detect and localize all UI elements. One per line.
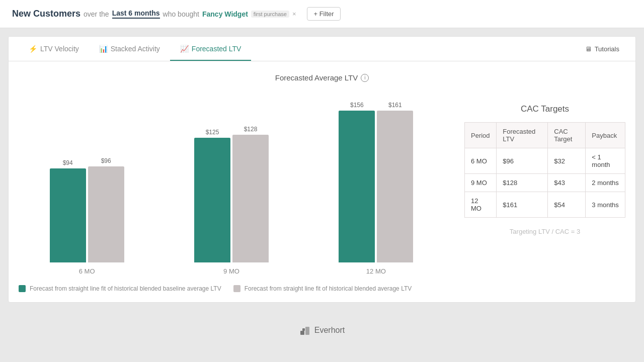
legend-swatch: [233, 285, 240, 292]
bar-period-label: 9 MO: [223, 267, 239, 275]
content-row: $94 $96 6 MO $125 $128 9: [9, 94, 635, 275]
gray-bar-value: $96: [101, 157, 111, 164]
cac-table-cell: $96: [497, 148, 548, 174]
cac-table-header: Forecasted LTV: [497, 123, 548, 148]
tab-forecasted-ltv-label: Forecasted LTV: [192, 45, 242, 53]
teal-bar-wrapper: $94: [50, 102, 86, 262]
tutorials-button[interactable]: 🖥 Tutorials: [579, 41, 625, 57]
tab-ltv-velocity[interactable]: ⚡ LTV Velocity: [19, 37, 89, 61]
chart-section: $94 $96 6 MO $125 $128 9: [19, 94, 444, 275]
cac-table-cell: 12 MO: [465, 192, 497, 218]
gray-bar-value: $161: [388, 102, 402, 109]
footer-logo: Everhort: [299, 325, 345, 336]
purchase-badge: first purchase: [251, 11, 289, 18]
top-bar: New Customers over the Last 6 months who…: [0, 0, 644, 28]
bar-period-label: 12 MO: [366, 267, 386, 275]
cac-table-cell: $161: [497, 192, 548, 218]
filter-button[interactable]: + Filter: [307, 7, 340, 21]
cac-table-header: Payback: [586, 123, 625, 148]
gray-bar-wrapper: $161: [377, 102, 413, 262]
info-icon[interactable]: i: [361, 74, 369, 82]
ltv-velocity-icon: ⚡: [29, 45, 37, 53]
cac-table-cell: 9 MO: [465, 174, 497, 192]
gray-bar-wrapper: $96: [88, 102, 124, 262]
main-card: ⚡ LTV Velocity 📊 Stacked Activity 📈 Fore…: [8, 36, 636, 303]
cac-table-cell: $128: [497, 174, 548, 192]
teal-bar-wrapper: $125: [194, 102, 230, 262]
gray-bar: [232, 135, 269, 262]
product-link[interactable]: Fancy Widget: [202, 10, 248, 18]
tutorials-icon: 🖥: [585, 45, 592, 53]
footer-logo-text: Everhort: [314, 326, 345, 335]
cac-table-cell: $43: [548, 174, 586, 192]
chart-area: Forecasted Average LTV i: [9, 61, 635, 82]
gray-bar-wrapper: $128: [232, 102, 269, 262]
cac-table-row: 6 MO$96$32< 1 month: [465, 148, 625, 174]
bar-pair: $94 $96: [50, 102, 124, 262]
bar-group: $94 $96 6 MO: [19, 102, 155, 275]
stacked-activity-icon: 📊: [99, 45, 108, 53]
legend-item: Forecast from straight line fit of histo…: [19, 285, 221, 292]
cac-table-row: 9 MO$128$432 months: [465, 174, 625, 192]
tab-stacked-activity[interactable]: 📊 Stacked Activity: [89, 37, 170, 61]
cac-table-cell: 3 months: [586, 192, 625, 218]
everhort-logo-icon: [299, 325, 310, 336]
legend-swatch: [19, 285, 26, 292]
header-plain1: over the: [84, 10, 109, 18]
teal-bar-value: $125: [206, 129, 219, 136]
close-icon[interactable]: ×: [292, 10, 296, 18]
gray-bar: [88, 166, 124, 262]
cac-table-cell: $32: [548, 148, 586, 174]
cac-title: CAC Targets: [464, 104, 625, 114]
cac-table-cell: < 1 month: [586, 148, 625, 174]
teal-bar-value: $94: [63, 159, 73, 166]
chart-title: Forecasted Average LTV i: [25, 73, 619, 82]
cac-table: PeriodForecasted LTVCAC TargetPayback6 M…: [464, 122, 625, 218]
bar-period-label: 6 MO: [79, 267, 95, 275]
svg-rect-2: [305, 327, 309, 335]
cac-table-cell: 2 months: [586, 174, 625, 192]
targeting-text: Targeting LTV / CAC = 3: [464, 228, 625, 235]
page-title: New Customers: [12, 9, 80, 19]
bar-group: $156 $161 12 MO: [308, 102, 444, 275]
bar-pair: $125 $128: [194, 102, 269, 262]
gray-bar: [377, 111, 413, 262]
header-plain2: who bought: [163, 10, 199, 18]
teal-bar-value: $156: [350, 102, 364, 109]
tab-ltv-velocity-label: LTV Velocity: [40, 45, 79, 53]
legend-bar: Forecast from straight line fit of histo…: [9, 275, 635, 302]
tab-stacked-activity-label: Stacked Activity: [111, 45, 160, 53]
teal-bar: [50, 168, 86, 262]
tab-forecasted-ltv[interactable]: 📈 Forecasted LTV: [170, 37, 252, 61]
tutorials-label: Tutorials: [595, 45, 619, 53]
svg-rect-0: [300, 331, 304, 335]
footer: Everhort: [0, 311, 644, 350]
tabs-left: ⚡ LTV Velocity 📊 Stacked Activity 📈 Fore…: [19, 37, 251, 61]
teal-bar: [339, 111, 375, 262]
cac-section: CAC Targets PeriodForecasted LTVCAC Targ…: [464, 94, 625, 235]
teal-bar-wrapper: $156: [339, 102, 375, 262]
forecasted-ltv-icon: 📈: [180, 45, 189, 53]
legend-label: Forecast from straight line fit of histo…: [245, 285, 412, 292]
bar-group: $125 $128 9 MO: [163, 102, 299, 275]
cac-table-cell: 6 MO: [465, 148, 497, 174]
legend-label: Forecast from straight line fit of histo…: [30, 285, 221, 292]
svg-rect-1: [302, 328, 305, 331]
legend-item: Forecast from straight line fit of histo…: [233, 285, 412, 292]
period-link[interactable]: Last 6 months: [112, 9, 160, 19]
bar-pair: $156 $161: [339, 102, 413, 262]
cac-table-cell: $54: [548, 192, 586, 218]
cac-table-row: 12 MO$161$543 months: [465, 192, 625, 218]
cac-table-header: CAC Target: [548, 123, 586, 148]
tabs-bar: ⚡ LTV Velocity 📊 Stacked Activity 📈 Fore…: [9, 37, 635, 61]
gray-bar-value: $128: [244, 126, 258, 133]
cac-table-header: Period: [465, 123, 497, 148]
bar-chart: $94 $96 6 MO $125 $128 9: [19, 94, 444, 275]
teal-bar: [194, 138, 230, 262]
